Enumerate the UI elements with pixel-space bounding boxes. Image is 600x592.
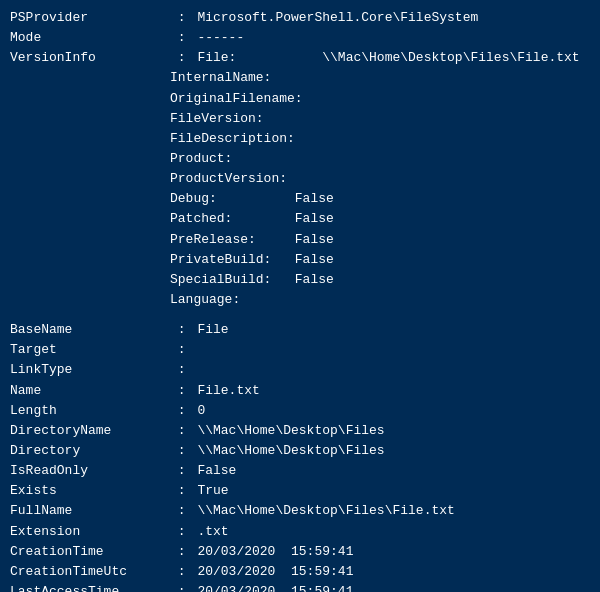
- line-key: [10, 290, 170, 310]
- line-value: Patched: False: [170, 209, 334, 229]
- line-key: FullName: [10, 501, 170, 521]
- line-key: Target: [10, 340, 170, 360]
- line-separator: :: [170, 421, 193, 441]
- line-separator: :: [170, 461, 193, 481]
- terminal-line: Language:: [10, 290, 590, 310]
- line-value: \\Mac\Home\Desktop\Files: [197, 421, 384, 441]
- terminal-line: CreationTimeUtc : 20/03/2020 15:59:41: [10, 562, 590, 582]
- line-separator: :: [170, 522, 193, 542]
- line-separator: :: [170, 28, 193, 48]
- line-key: DirectoryName: [10, 421, 170, 441]
- line-separator: :: [170, 542, 193, 562]
- line-separator: :: [170, 501, 193, 521]
- line-key: Name: [10, 381, 170, 401]
- terminal-line: Exists : True: [10, 481, 590, 501]
- line-key: [10, 189, 170, 209]
- terminal-line: Product:: [10, 149, 590, 169]
- line-separator: :: [170, 481, 193, 501]
- terminal-line: FullName : \\Mac\Home\Desktop\Files\File…: [10, 501, 590, 521]
- line-key: LastAccessTime: [10, 582, 170, 592]
- terminal-line: Extension : .txt: [10, 522, 590, 542]
- line-key: PSProvider: [10, 8, 170, 28]
- line-key: [10, 149, 170, 169]
- terminal-line: Directory : \\Mac\Home\Desktop\Files: [10, 441, 590, 461]
- terminal-line: FileDescription:: [10, 129, 590, 149]
- line-value: \\Mac\Home\Desktop\Files: [197, 441, 384, 461]
- terminal-line: BaseName : File: [10, 320, 590, 340]
- line-value: File: [197, 320, 228, 340]
- line-key: IsReadOnly: [10, 461, 170, 481]
- line-value: OriginalFilename:: [170, 89, 303, 109]
- line-key: Length: [10, 401, 170, 421]
- terminal-line: ProductVersion:: [10, 169, 590, 189]
- line-key: LinkType: [10, 360, 170, 380]
- line-value: 0: [197, 401, 205, 421]
- line-value: SpecialBuild: False: [170, 270, 334, 290]
- line-value: 20/03/2020 15:59:41: [197, 582, 353, 592]
- line-value: Microsoft.PowerShell.Core\FileSystem: [197, 8, 478, 28]
- terminal-line: IsReadOnly : False: [10, 461, 590, 481]
- line-key: CreationTimeUtc: [10, 562, 170, 582]
- line-key: [10, 230, 170, 250]
- line-value: False: [197, 461, 236, 481]
- line-value: 20/03/2020 15:59:41: [197, 542, 353, 562]
- line-key: VersionInfo: [10, 48, 170, 68]
- line-key: [10, 68, 170, 88]
- line-key: [10, 89, 170, 109]
- line-key: Mode: [10, 28, 170, 48]
- line-value: File.txt: [197, 381, 259, 401]
- line-value: \\Mac\Home\Desktop\Files\File.txt: [197, 501, 454, 521]
- line-separator: :: [170, 401, 193, 421]
- line-key: [10, 129, 170, 149]
- line-key: Directory: [10, 441, 170, 461]
- terminal-line: Name : File.txt: [10, 381, 590, 401]
- line-key: Exists: [10, 481, 170, 501]
- terminal-line: PreRelease: False: [10, 230, 590, 250]
- terminal-line: LastAccessTime : 20/03/2020 15:59:41: [10, 582, 590, 592]
- line-separator: :: [170, 48, 193, 68]
- line-value: .txt: [197, 522, 228, 542]
- line-value: Product:: [170, 149, 232, 169]
- terminal-line: FileVersion:: [10, 109, 590, 129]
- line-separator: :: [170, 562, 193, 582]
- terminal-line: VersionInfo : File: \\Mac\Home\Desktop\F…: [10, 48, 590, 68]
- terminal-line: Debug: False: [10, 189, 590, 209]
- terminal-line: PrivateBuild: False: [10, 250, 590, 270]
- line-key: [10, 250, 170, 270]
- line-separator: :: [170, 441, 193, 461]
- terminal-line: PSProvider : Microsoft.PowerShell.Core\F…: [10, 8, 590, 28]
- terminal-window: PSProvider : Microsoft.PowerShell.Core\F…: [0, 0, 600, 592]
- terminal-line: CreationTime : 20/03/2020 15:59:41: [10, 542, 590, 562]
- line-separator: :: [170, 381, 193, 401]
- line-separator: :: [170, 8, 193, 28]
- line-value: ProductVersion:: [170, 169, 287, 189]
- line-separator: :: [170, 582, 193, 592]
- line-separator: :: [170, 360, 193, 380]
- line-key: [10, 270, 170, 290]
- line-value: 20/03/2020 15:59:41: [197, 562, 353, 582]
- line-value: InternalName:: [170, 68, 271, 88]
- line-value: Language:: [170, 290, 240, 310]
- terminal-line: LinkType :: [10, 360, 590, 380]
- line-value: File: \\Mac\Home\Desktop\Files\File.txt: [197, 48, 579, 68]
- line-key: [10, 209, 170, 229]
- line-separator: :: [170, 320, 193, 340]
- line-value: FileDescription:: [170, 129, 295, 149]
- line-key: CreationTime: [10, 542, 170, 562]
- line-key: [10, 109, 170, 129]
- terminal-line: OriginalFilename:: [10, 89, 590, 109]
- line-value: PrivateBuild: False: [170, 250, 334, 270]
- terminal-line: Mode : ------: [10, 28, 590, 48]
- terminal-line: Patched: False: [10, 209, 590, 229]
- line-key: Extension: [10, 522, 170, 542]
- terminal-line: Length : 0: [10, 401, 590, 421]
- terminal-line: SpecialBuild: False: [10, 270, 590, 290]
- line-key: [10, 169, 170, 189]
- line-separator: :: [170, 340, 193, 360]
- terminal-line: Target :: [10, 340, 590, 360]
- blank-line: [10, 310, 590, 320]
- line-value: ------: [197, 28, 244, 48]
- line-key: BaseName: [10, 320, 170, 340]
- line-value: FileVersion:: [170, 109, 264, 129]
- line-value: PreRelease: False: [170, 230, 334, 250]
